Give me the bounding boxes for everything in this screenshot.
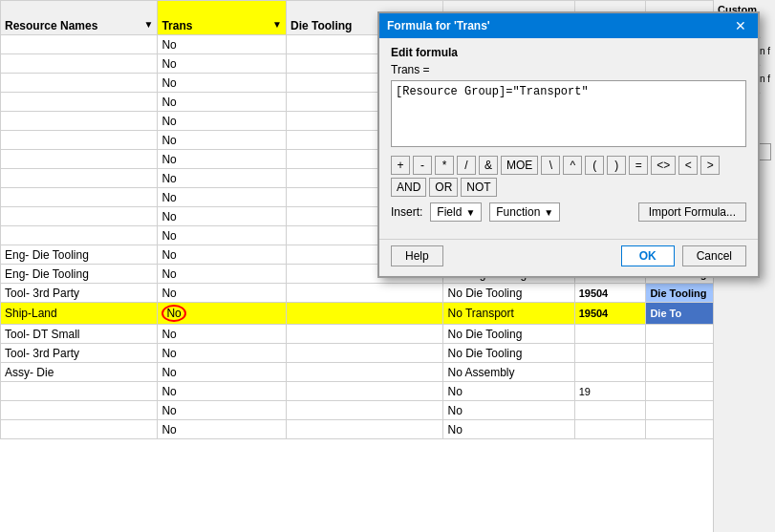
dialog-title: Formula for 'Trans' [387,19,490,32]
op-close-paren[interactable]: ) [607,156,626,175]
formula-textarea[interactable]: [Resource Group]="Transport" [391,80,746,147]
op-equals[interactable]: = [629,156,648,175]
function-dropdown-button[interactable]: Function ▼ [489,202,560,222]
op-less-than[interactable]: < [678,156,698,175]
op-greater-than[interactable]: > [700,156,720,175]
dialog-footer: Help OK Cancel [379,239,758,276]
help-button[interactable]: Help [391,245,443,266]
op-and[interactable]: AND [391,178,426,197]
close-button[interactable]: ✕ [731,18,750,33]
function-chevron-icon: ▼ [544,207,553,218]
sort-icon-trans[interactable]: ▼ [272,19,282,30]
op-not-equal[interactable]: <> [651,156,676,175]
table-row: Tool- 3rd Party No No Die Tooling 19504 … [1,284,775,303]
edit-formula-label: Edit formula [391,46,746,59]
op-caret[interactable]: ^ [563,156,582,175]
dialog-body: Edit formula Trans = [Resource Group]="T… [379,38,758,235]
import-formula-button[interactable]: Import Formula... [638,202,746,222]
formula-label: Trans = [391,63,746,76]
formula-dialog[interactable]: Formula for 'Trans' ✕ Edit formula Trans… [377,11,760,278]
op-minus[interactable]: - [413,156,432,175]
field-chevron-icon: ▼ [465,207,475,218]
op-not[interactable]: NOT [461,178,496,197]
ok-cancel-group: OK Cancel [621,245,746,266]
sort-icon-resource[interactable]: ▼ [144,19,154,30]
insert-row: Insert: Field ▼ Function ▼ Import Formul… [391,202,746,222]
col-header-trans[interactable]: Trans ▼ [158,1,287,35]
table-row: NoNo19 [1,382,775,401]
table-row: Tool- DT Small No No Die Tooling [1,325,775,344]
op-open-paren[interactable]: ( [585,156,604,175]
op-divide[interactable]: / [457,156,476,175]
field-dropdown-button[interactable]: Field ▼ [430,202,482,222]
op-backslash[interactable]: \ [541,156,560,175]
ok-button[interactable]: OK [621,245,675,266]
op-moe[interactable]: MOE [501,156,538,175]
insert-label: Insert: [391,205,422,219]
operator-row: + - * / & MOE \ ^ ( ) = <> < > AND OR NO… [391,156,746,197]
table-row: NoNo [1,420,775,439]
op-multiply[interactable]: * [435,156,454,175]
circled-no: No [161,305,185,322]
table-row: Tool- 3rd Party No No Die Tooling [1,344,775,363]
dialog-titlebar: Formula for 'Trans' ✕ [379,13,758,38]
table-row-ship-land: Ship-Land No No Transport 19504 Die To [1,303,775,325]
op-plus[interactable]: + [391,156,410,175]
op-or[interactable]: OR [429,178,458,197]
table-row: Assy- Die No No Assembly [1,363,775,382]
op-ampersand[interactable]: & [479,156,498,175]
col-header-resource[interactable]: Resource Names ▼ [1,1,158,35]
cancel-button[interactable]: Cancel [682,245,746,266]
table-row: NoNo [1,401,775,420]
